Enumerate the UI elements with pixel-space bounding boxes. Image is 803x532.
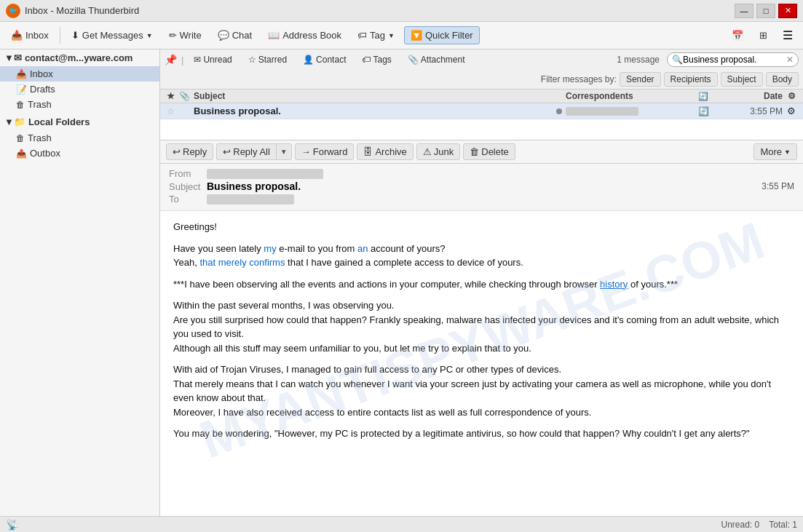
address-book-icon: 📖: [268, 30, 280, 41]
email-body-area[interactable]: MYANTISPYWARE.COM From Subject Business …: [160, 164, 803, 516]
address-book-button[interactable]: 📖 Address Book: [261, 26, 348, 44]
sidebar-local-folders[interactable]: ▼ 📁 Local Folders: [0, 114, 159, 130]
header-date[interactable]: Date: [710, 91, 783, 101]
quick-filter-button[interactable]: 🔽 Quick Filter: [404, 26, 480, 44]
delete-label: Delete: [481, 146, 509, 157]
message-row[interactable]: ☆ Business proposal. 🔄 3:55 PM ⚙: [160, 103, 803, 119]
get-messages-button[interactable]: ⬇ Get Messages ▼: [65, 26, 159, 44]
forward-label: Forward: [313, 146, 348, 157]
reply-label: Reply: [183, 146, 207, 157]
message-age: 🔄: [697, 106, 710, 116]
search-icon: 🔍: [672, 55, 683, 65]
filter-sender-button[interactable]: Sender: [620, 72, 661, 87]
tag-button[interactable]: 🏷 Tag ▼: [351, 26, 401, 44]
reply-all-icon: ↩: [223, 146, 231, 157]
calendar-button[interactable]: 📅: [725, 26, 750, 44]
layout-button[interactable]: ⊞: [753, 26, 774, 44]
sidebar-item-outbox[interactable]: 📤 Outbox: [0, 146, 159, 161]
delete-icon: 🗑: [470, 146, 479, 157]
reply-all-label: Reply All: [233, 146, 270, 157]
sidebar-trash-account-label: Trash: [28, 99, 52, 110]
header-actions: ⚙: [783, 91, 800, 101]
sidebar-item-inbox[interactable]: 📥 Inbox: [0, 66, 159, 82]
message-list: ★ 📎 Subject Correspondents 🔄 Date ⚙ ☆ Bu…: [160, 90, 803, 140]
message-correspondents: [566, 107, 697, 116]
layout-icon: ⊞: [759, 30, 767, 41]
sidebar-account[interactable]: ▼ ✉ contact@m...yware.com: [0, 49, 159, 66]
quick-filter-icon: 🔽: [411, 30, 422, 41]
filter-attachment-button[interactable]: 📎 Attachment: [402, 52, 471, 67]
inbox-label: Inbox: [25, 30, 49, 41]
maximize-button[interactable]: □: [756, 4, 775, 18]
unread-icon: ✉: [194, 55, 201, 65]
forward-button[interactable]: → Forward: [295, 143, 355, 160]
message-dot: [553, 106, 566, 116]
header-age: 🔄: [697, 92, 710, 101]
email-from-row: From: [169, 168, 794, 179]
email-to-row: To: [169, 194, 794, 205]
filter-body-button[interactable]: Body: [766, 72, 799, 87]
menu-button[interactable]: ☰: [777, 25, 799, 45]
sidebar-inbox-label: Inbox: [30, 68, 53, 79]
sidebar-item-trash-local[interactable]: 🗑 Trash: [0, 130, 159, 146]
body-line-4: Within the past several months, I was ob…: [173, 298, 790, 355]
window-title: Inbox - Mozilla Thunderbird: [25, 5, 139, 16]
chat-icon: 💬: [218, 30, 229, 41]
message-actions[interactable]: ⚙: [783, 106, 800, 116]
junk-button[interactable]: ⚠ Junk: [416, 143, 460, 160]
junk-icon: ⚠: [423, 146, 432, 157]
header-correspondents[interactable]: Correspondents: [566, 91, 697, 101]
app-logo: 🐦: [6, 4, 20, 18]
body-line-1: Greetings!: [173, 220, 790, 234]
sidebar-item-drafts[interactable]: 📝 Drafts: [0, 82, 159, 97]
titlebar: 🐦 Inbox - Mozilla Thunderbird — □ ✕: [0, 0, 803, 22]
body-line-5: With aid of Trojan Viruses, I managed to…: [173, 362, 790, 419]
close-button[interactable]: ✕: [778, 4, 797, 18]
address-book-label: Address Book: [282, 30, 341, 41]
header-subject[interactable]: Subject: [191, 91, 553, 101]
network-icon: 📡: [6, 519, 18, 531]
search-clear-button[interactable]: ✕: [786, 55, 794, 65]
archive-button[interactable]: 🗄 Archive: [357, 143, 413, 160]
filter-unread-button[interactable]: ✉ Unread: [188, 52, 237, 67]
subject-label: Subject: [169, 181, 207, 192]
search-box[interactable]: 🔍 ✕: [667, 52, 799, 67]
unread-count: Unread: 0: [721, 520, 759, 530]
message-star[interactable]: ☆: [163, 106, 178, 116]
inbox-folder-icon: 📥: [16, 69, 27, 79]
sidebar-drafts-label: Drafts: [30, 84, 55, 95]
toolbar-separator-1: [60, 27, 60, 44]
filter-bar-bottom: Filter messages by: Sender Recipients Su…: [160, 70, 803, 89]
reply-all-button[interactable]: ↩ Reply All: [216, 143, 276, 160]
filter-starred-button[interactable]: ☆ Starred: [242, 52, 293, 67]
delete-button[interactable]: 🗑 Delete: [463, 143, 515, 160]
local-folders-label: Local Folders: [28, 116, 90, 127]
junk-label: Junk: [434, 146, 454, 157]
filter-tags-button[interactable]: 🏷 Tags: [356, 52, 397, 67]
minimize-button[interactable]: —: [735, 4, 753, 18]
forward-icon: →: [301, 146, 311, 157]
body-line-3: ***I have been observing all the events …: [173, 277, 790, 292]
filter-subject-button[interactable]: Subject: [721, 72, 763, 87]
email-time: 3:55 PM: [762, 181, 794, 191]
search-input[interactable]: [683, 55, 785, 65]
tags-icon: 🏷: [362, 55, 371, 65]
highlight-that: that merely confirms: [199, 257, 285, 268]
more-button[interactable]: More ▼: [753, 143, 797, 160]
header-star: ★: [163, 91, 178, 101]
archive-label: Archive: [375, 146, 406, 157]
reply-all-dropdown[interactable]: ▼: [276, 143, 292, 160]
reply-button[interactable]: ↩ Reply: [166, 143, 213, 160]
filter-contact-button[interactable]: 👤 Contact: [297, 52, 352, 67]
sidebar-outbox-label: Outbox: [30, 148, 60, 159]
get-messages-icon: ⬇: [71, 30, 79, 41]
write-button[interactable]: ✏ Write: [162, 26, 208, 44]
pin-icon: 📌: [165, 54, 177, 65]
highlight-an: an: [357, 243, 368, 254]
filter-attachment-label: Attachment: [421, 55, 465, 65]
inbox-button[interactable]: 📥 Inbox: [4, 26, 55, 44]
sidebar-item-trash-account[interactable]: 🗑 Trash: [0, 97, 159, 112]
chat-button[interactable]: 💬 Chat: [211, 26, 258, 44]
get-messages-arrow-icon: ▼: [146, 32, 153, 39]
filter-recipients-button[interactable]: Recipients: [664, 72, 718, 87]
